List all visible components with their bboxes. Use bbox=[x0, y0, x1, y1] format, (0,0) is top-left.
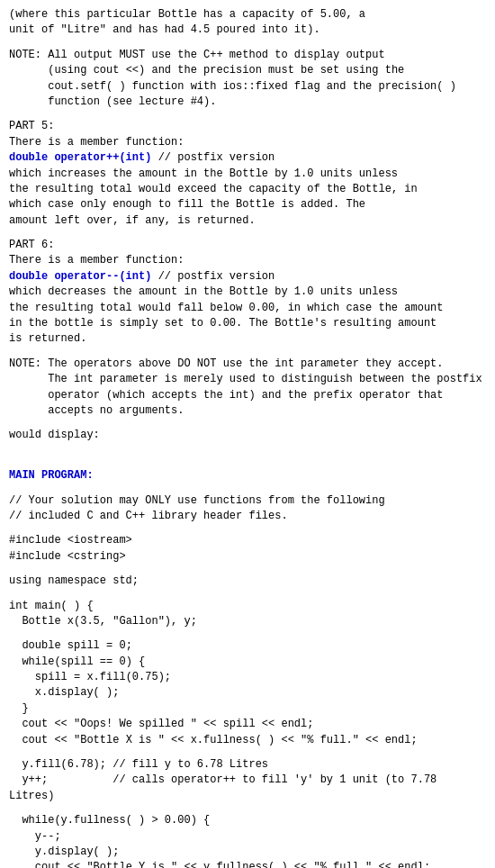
cout3: cout << "Bottle Y is " << y.fullness( ) … bbox=[9, 860, 486, 868]
ypp: y++; // calls operator++ to fill 'y' by … bbox=[9, 773, 486, 804]
spill-assign: spill = x.fill(0.75); bbox=[9, 670, 486, 685]
using-namespace: using namespace std; bbox=[9, 574, 486, 589]
yfill: y.fill(6.78); // fill y to 6.78 Litres bbox=[9, 757, 486, 773]
include2: #include <cstring> bbox=[9, 549, 486, 565]
comment1: // Your solution may ONLY use functions … bbox=[9, 493, 486, 509]
close-brace1: } bbox=[9, 701, 486, 717]
note2-header: NOTE: The operators above DO NOT use the… bbox=[9, 357, 486, 372]
ydisplay: y.display( ); bbox=[9, 845, 486, 860]
part5-desc1: which increases the amount in the Bottle… bbox=[9, 167, 486, 182]
main-func: int main( ) { bbox=[9, 599, 486, 614]
intro-line2: unit of "Litre" and has had 4.5 poured i… bbox=[9, 23, 486, 38]
cout1: cout << "Oops! We spilled " << spill << … bbox=[9, 717, 486, 732]
part5-desc3: which case only enough to fill the Bottl… bbox=[9, 197, 486, 212]
ymm: y--; bbox=[9, 829, 486, 845]
main-content: (where this particular Bottle has a capa… bbox=[9, 7, 486, 868]
note1-line4: function (see lecture #4). bbox=[9, 95, 486, 110]
note1-header: NOTE: All output MUST use the C++ method… bbox=[9, 48, 486, 63]
part6-desc4: is returned. bbox=[9, 331, 486, 347]
part6-line1: There is a member function: bbox=[9, 253, 486, 268]
part5-desc4: amount left over, if any, is returned. bbox=[9, 213, 486, 229]
part5-line1: There is a member function: bbox=[9, 135, 486, 150]
bottle-decl: Bottle x(3.5, "Gallon"), y; bbox=[9, 614, 486, 629]
include1: #include <iostream> bbox=[9, 533, 486, 548]
blank-line1 bbox=[9, 453, 486, 468]
note2-line3: operator (which accepts the int) and the… bbox=[9, 388, 486, 403]
part6-desc3: in the bottle is simply set to 0.00. The… bbox=[9, 316, 486, 331]
part5-desc2: the resulting total would exceed the cap… bbox=[9, 182, 486, 197]
would-display: would display: bbox=[9, 428, 486, 443]
part6-func: double operator--(int) // postfix versio… bbox=[9, 269, 486, 285]
intro-line1: (where this particular Bottle has a capa… bbox=[9, 7, 486, 23]
note2-line4: accepts no arguments. bbox=[9, 403, 486, 419]
while2: while(y.fullness( ) > 0.00) { bbox=[9, 813, 486, 828]
cout2: cout << "Bottle X is " << x.fullness( ) … bbox=[9, 733, 486, 748]
comment2: // included C and C++ library header fil… bbox=[9, 509, 486, 524]
main-header: MAIN PROGRAM: bbox=[9, 468, 486, 484]
part5-func: double operator++(int) // postfix versio… bbox=[9, 150, 486, 166]
part6-desc2: the resulting total would fall below 0.0… bbox=[9, 301, 486, 316]
spill-decl: double spill = 0; bbox=[9, 638, 486, 654]
part6-header: PART 6: bbox=[9, 238, 486, 253]
note1-line2: (using cout <<) and the precision must b… bbox=[9, 63, 486, 78]
note2-line2: The int parameter is merely used to dist… bbox=[9, 372, 486, 387]
x-display: x.display( ); bbox=[9, 685, 486, 701]
note1-line3: cout.setf( ) function with ios::fixed fl… bbox=[9, 79, 486, 95]
part5-header: PART 5: bbox=[9, 119, 486, 134]
part6-desc1: which decreases the amount in the Bottle… bbox=[9, 285, 486, 300]
while1: while(spill == 0) { bbox=[9, 655, 486, 670]
